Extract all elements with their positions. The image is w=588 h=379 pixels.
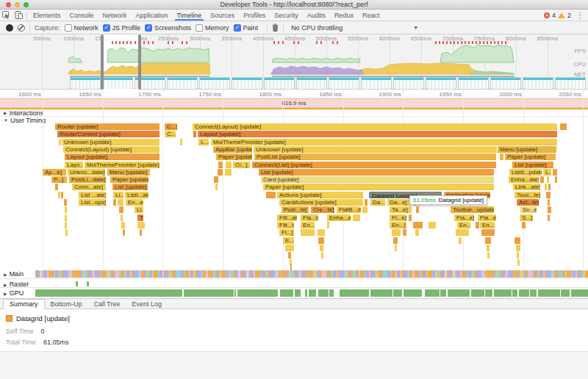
flame-bar[interactable] bbox=[353, 214, 360, 221]
flame-bar[interactable] bbox=[392, 229, 401, 236]
flame-bar[interactable] bbox=[61, 192, 63, 198]
record-button[interactable] bbox=[6, 24, 13, 32]
flame-bar[interactable] bbox=[514, 237, 520, 244]
flame-bar[interactable]: En...e] bbox=[301, 222, 315, 228]
flame-bar[interactable]: List [update] bbox=[512, 162, 553, 168]
flame-bar[interactable]: RouterContext [update] bbox=[57, 131, 159, 137]
flame-bar[interactable] bbox=[225, 169, 232, 176]
flame-bar[interactable] bbox=[548, 199, 550, 206]
flame-bar[interactable] bbox=[118, 199, 123, 206]
flame-bar[interactable]: S...] bbox=[520, 214, 533, 221]
flame-bar[interactable] bbox=[215, 184, 218, 190]
filmstrip-screenshot[interactable] bbox=[523, 77, 553, 89]
timeline-overview[interactable]: 500ms1000ms1500ms2000ms2500ms3000ms3500m… bbox=[0, 35, 588, 90]
flame-bar[interactable]: Layout [update] bbox=[198, 131, 557, 137]
flame-bar[interactable] bbox=[59, 139, 61, 145]
flame-bar[interactable]: PostList [update] bbox=[254, 154, 496, 160]
garbage-collect-icon[interactable] bbox=[272, 24, 279, 32]
device-toolbar-icon[interactable] bbox=[12, 10, 25, 21]
flame-bar[interactable]: Act...te] bbox=[517, 199, 539, 206]
flame-bar[interactable]: T... bbox=[137, 214, 143, 221]
detail-tab-summary[interactable]: Summary bbox=[3, 299, 45, 309]
flame-bar[interactable] bbox=[548, 214, 550, 221]
flame-bar[interactable] bbox=[58, 192, 60, 198]
flame-bar[interactable]: MuiThemeProvider [update] bbox=[85, 162, 159, 168]
flame-bar[interactable]: C...] bbox=[165, 123, 177, 130]
flame-bar[interactable] bbox=[140, 229, 142, 236]
flame-bar[interactable]: C... bbox=[165, 131, 176, 137]
flame-bar[interactable]: En...e] bbox=[480, 222, 495, 228]
flame-bar[interactable]: CardActions [update] bbox=[279, 199, 363, 206]
filmstrip-screenshot[interactable] bbox=[458, 77, 489, 89]
tab-application[interactable]: Application bbox=[132, 10, 173, 21]
flame-bar[interactable] bbox=[545, 184, 547, 190]
tab-security[interactable]: Security bbox=[270, 10, 303, 21]
flame-bar[interactable] bbox=[555, 176, 557, 183]
flame-bar[interactable] bbox=[487, 245, 490, 251]
flame-bar[interactable] bbox=[288, 252, 291, 259]
flame-bar[interactable]: Fla...te] bbox=[301, 214, 318, 221]
filmstrip-screenshot[interactable] bbox=[199, 77, 230, 89]
flame-bar[interactable] bbox=[548, 184, 551, 190]
flame-bar[interactable]: AppBar [update] bbox=[213, 146, 252, 153]
flame-bar[interactable]: Layo...er] bbox=[65, 162, 83, 168]
flame-bar[interactable]: List...ops] bbox=[79, 199, 106, 206]
filmstrip-screenshot[interactable] bbox=[167, 77, 198, 89]
flame-bar[interactable] bbox=[113, 199, 116, 206]
flame-bar[interactable] bbox=[546, 192, 551, 198]
flame-bar[interactable]: Touc...te] bbox=[514, 192, 540, 198]
flame-bar[interactable] bbox=[395, 245, 397, 251]
js-profile-checkbox[interactable] bbox=[103, 24, 110, 32]
flame-bar[interactable]: En...] bbox=[457, 222, 470, 228]
flame-bar[interactable] bbox=[55, 184, 58, 190]
flame-bar[interactable]: MuiThemeProvider [update] bbox=[211, 139, 557, 145]
flame-bar[interactable] bbox=[393, 237, 398, 244]
filmstrip-screenshot[interactable] bbox=[426, 77, 456, 89]
flame-bar[interactable] bbox=[301, 229, 315, 236]
flame-bar[interactable] bbox=[193, 131, 196, 137]
flame-bar[interactable]: Enha...ate] bbox=[509, 176, 539, 183]
flame-bar[interactable] bbox=[429, 222, 436, 228]
flame-bar[interactable] bbox=[318, 229, 325, 236]
tab-profiles[interactable]: Profiles bbox=[239, 10, 270, 21]
inspect-element-icon[interactable] bbox=[0, 10, 12, 21]
flame-bar[interactable]: Toolbar...update] bbox=[451, 206, 494, 213]
flame-bar[interactable] bbox=[123, 229, 125, 236]
filmstrip-screenshot[interactable] bbox=[555, 77, 586, 89]
flame-bar[interactable] bbox=[218, 169, 223, 176]
flame-bar[interactable]: Menu [update] bbox=[107, 169, 150, 176]
interactions-lane-header[interactable]: ▶ Interactions bbox=[0, 109, 588, 117]
flame-bar[interactable]: List [update] bbox=[259, 169, 494, 176]
more-options-icon[interactable]: ⋮ bbox=[576, 11, 584, 19]
flame-bar[interactable] bbox=[365, 199, 368, 206]
flame-bar[interactable]: Fla...e] bbox=[478, 214, 496, 221]
flame-bar[interactable] bbox=[403, 229, 406, 236]
detail-tab-call-tree[interactable]: Call Tree bbox=[88, 299, 126, 308]
filmstrip-screenshot[interactable] bbox=[361, 77, 392, 89]
flame-bar[interactable] bbox=[214, 176, 218, 183]
flame-bar[interactable] bbox=[540, 176, 544, 183]
flame-bar[interactable]: Connect(Layout) [update] bbox=[63, 146, 159, 153]
flame-bar[interactable]: Paper [update] bbox=[263, 184, 494, 190]
flame-bar[interactable]: Fl...e] bbox=[390, 214, 406, 221]
capture-option-memory[interactable]: Memory bbox=[196, 24, 234, 32]
flame-bar[interactable] bbox=[121, 222, 125, 228]
user-timing-flamechart[interactable]: Router [update]C...]Connect(Layout) [upd… bbox=[0, 123, 588, 269]
flame-bar[interactable]: Filt...ate] bbox=[277, 214, 297, 221]
flame-bar[interactable] bbox=[547, 176, 549, 183]
flame-bar[interactable]: Router [update] bbox=[55, 123, 159, 130]
flame-bar[interactable] bbox=[517, 252, 519, 259]
gpu-track[interactable]: ▶GPU bbox=[0, 288, 588, 298]
flame-bar[interactable]: P...] bbox=[51, 176, 67, 183]
detail-tab-bottom-up[interactable]: Bottom-Up bbox=[45, 299, 88, 308]
flame-bar[interactable] bbox=[65, 229, 68, 236]
capture-option-js-profile[interactable]: JS Profile bbox=[103, 24, 146, 32]
capture-option-network[interactable]: Network bbox=[65, 24, 103, 32]
flame-bar[interactable]: Fla...e] bbox=[454, 214, 474, 221]
filmstrip-screenshot[interactable] bbox=[102, 77, 133, 89]
flame-bar[interactable] bbox=[137, 222, 145, 228]
flame-bar[interactable] bbox=[413, 222, 423, 228]
flame-bar[interactable]: List [update] bbox=[112, 184, 148, 190]
flame-bar[interactable] bbox=[481, 229, 495, 236]
flame-bar[interactable] bbox=[119, 206, 123, 213]
